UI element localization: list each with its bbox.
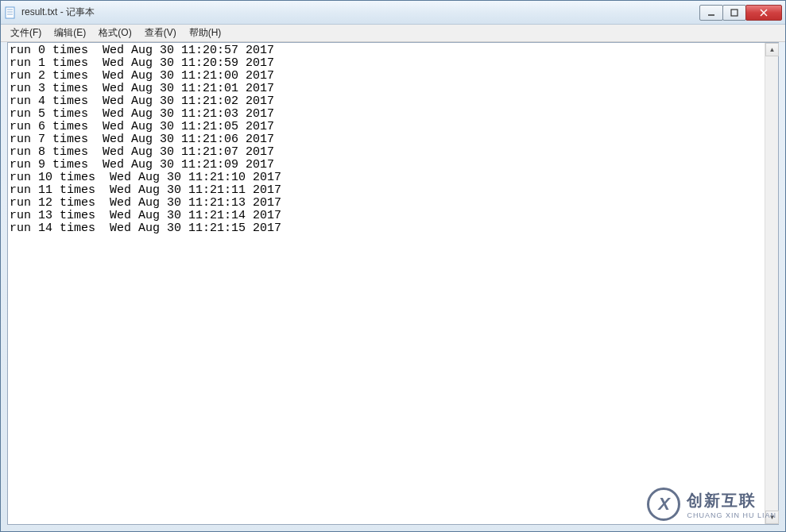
text-line: run 8 times Wed Aug 30 11:21:07 2017 <box>10 146 763 159</box>
maximize-button[interactable] <box>722 5 746 21</box>
vertical-scrollbar[interactable]: ▲ ▼ <box>765 43 778 524</box>
text-line: run 9 times Wed Aug 30 11:21:09 2017 <box>10 159 763 172</box>
titlebar[interactable]: result.txt - 记事本 <box>1 1 785 25</box>
notepad-window: result.txt - 记事本 文件(F) 编辑(E) 格式(O) 查看(V)… <box>0 0 786 532</box>
text-line: run 0 times Wed Aug 30 11:20:57 2017 <box>10 44 763 57</box>
watermark: X 创新互联 CHUANG XIN HU LIAN <box>647 488 776 521</box>
watermark-text: 创新互联 CHUANG XIN HU LIAN <box>687 490 776 519</box>
scroll-up-button[interactable]: ▲ <box>765 43 779 56</box>
text-line: run 2 times Wed Aug 30 11:21:00 2017 <box>10 70 763 83</box>
text-line: run 7 times Wed Aug 30 11:21:06 2017 <box>10 133 763 146</box>
text-line: run 12 times Wed Aug 30 11:21:13 2017 <box>10 197 763 210</box>
menubar: 文件(F) 编辑(E) 格式(O) 查看(V) 帮助(H) <box>1 25 785 42</box>
svg-rect-5 <box>731 10 738 16</box>
text-line: run 5 times Wed Aug 30 11:21:03 2017 <box>10 108 763 121</box>
minimize-button[interactable] <box>699 5 723 21</box>
editor-area: run 0 times Wed Aug 30 11:20:57 2017run … <box>7 42 779 525</box>
menu-format[interactable]: 格式(O) <box>92 25 137 41</box>
text-line: run 13 times Wed Aug 30 11:21:14 2017 <box>10 210 763 222</box>
menu-view[interactable]: 查看(V) <box>138 25 183 41</box>
menu-help[interactable]: 帮助(H) <box>183 25 228 41</box>
menu-edit[interactable]: 编辑(E) <box>48 25 92 41</box>
menu-file[interactable]: 文件(F) <box>4 25 48 41</box>
svg-rect-0 <box>6 7 14 18</box>
text-line: run 10 times Wed Aug 30 11:21:10 2017 <box>10 172 763 184</box>
text-line: run 11 times Wed Aug 30 11:21:11 2017 <box>10 184 763 197</box>
watermark-cn: 创新互联 <box>687 490 776 511</box>
text-line: run 6 times Wed Aug 30 11:21:05 2017 <box>10 121 763 133</box>
text-content[interactable]: run 0 times Wed Aug 30 11:20:57 2017run … <box>8 43 765 524</box>
text-line: run 14 times Wed Aug 30 11:21:15 2017 <box>10 222 763 235</box>
window-controls <box>700 5 782 21</box>
window-title: result.txt - 记事本 <box>21 6 700 19</box>
text-line: run 4 times Wed Aug 30 11:21:02 2017 <box>10 95 763 108</box>
close-button[interactable] <box>745 5 782 21</box>
text-line: run 3 times Wed Aug 30 11:21:01 2017 <box>10 83 763 95</box>
text-line: run 1 times Wed Aug 30 11:20:59 2017 <box>10 57 763 70</box>
notepad-icon <box>4 6 17 19</box>
watermark-en: CHUANG XIN HU LIAN <box>687 511 776 519</box>
watermark-logo-icon: X <box>647 488 680 521</box>
